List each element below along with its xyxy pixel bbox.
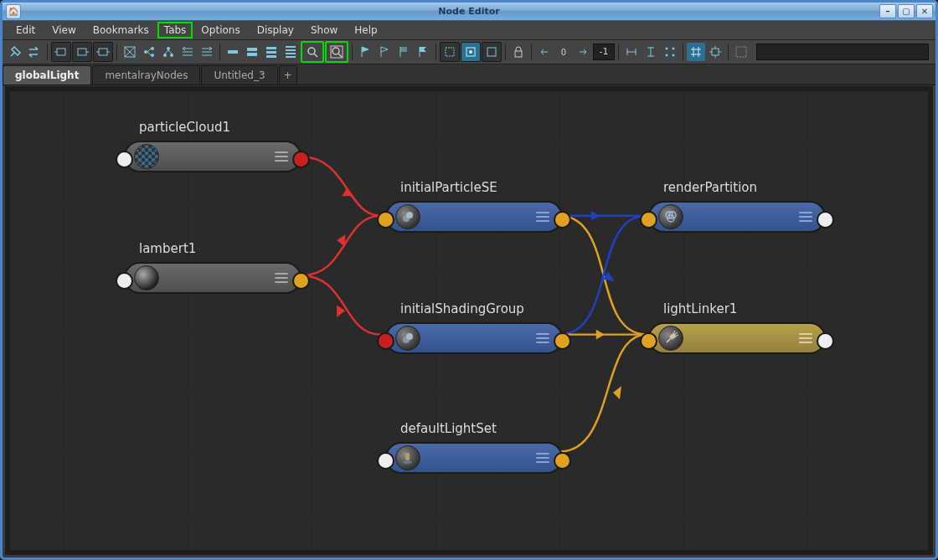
distribute-h-icon[interactable] — [622, 43, 641, 61]
list-3-icon[interactable] — [262, 43, 281, 61]
output-port[interactable] — [554, 452, 571, 470]
depth-inc-icon[interactable] — [574, 43, 592, 61]
window-frame: 🏠 Node Editor – ▢ ✕ Edit View Bookmarks … — [0, 0, 938, 560]
hamburger-icon[interactable] — [536, 453, 549, 463]
menu-options[interactable]: Options — [193, 22, 248, 39]
pin-icon[interactable] — [6, 43, 24, 61]
svg-rect-0 — [57, 49, 65, 55]
node-label: lightLinker1 — [663, 301, 826, 316]
swap-icon[interactable] — [25, 43, 44, 61]
layout-v-icon[interactable] — [159, 43, 178, 61]
titlebar[interactable]: 🏠 Node Editor – ▢ ✕ — [3, 3, 935, 21]
list-1-icon[interactable] — [224, 43, 242, 61]
zoom-tool-icon[interactable] — [301, 41, 324, 63]
output-port[interactable] — [817, 211, 834, 229]
node-label: initialShadingGroup — [400, 301, 563, 316]
maximize-button[interactable]: ▢ — [898, 4, 915, 18]
hamburger-icon[interactable] — [536, 212, 549, 222]
svg-rect-12 — [247, 53, 257, 56]
node-label: initialParticleSE — [400, 180, 563, 195]
input-port[interactable] — [640, 211, 657, 229]
shading-engine-icon — [395, 326, 420, 351]
depth-dec-icon[interactable] — [535, 43, 554, 61]
node-renderPartition[interactable]: renderPartition — [648, 180, 826, 233]
input-only-icon[interactable] — [51, 42, 71, 62]
node-initialShadingGroup[interactable]: initialShadingGroup — [385, 301, 563, 354]
lock-icon[interactable] — [509, 43, 528, 61]
depth-field[interactable]: -1 — [593, 44, 615, 60]
svg-point-9 — [170, 54, 173, 57]
node-particleCloud1[interactable]: particleCloud1 — [124, 120, 302, 172]
snap-node-icon[interactable] — [706, 43, 724, 61]
svg-point-32 — [666, 54, 668, 57]
menu-help[interactable]: Help — [346, 22, 385, 39]
menu-show[interactable]: Show — [302, 22, 346, 39]
hamburger-icon[interactable] — [275, 273, 288, 283]
output-port[interactable] — [817, 332, 834, 350]
svg-point-30 — [666, 48, 668, 50]
io-icon[interactable] — [93, 42, 113, 62]
zoom-all-tool-icon[interactable] — [325, 41, 348, 63]
expand-icon[interactable] — [198, 43, 216, 61]
input-port[interactable] — [377, 452, 394, 470]
select-mode-b-icon[interactable] — [461, 42, 481, 62]
input-port[interactable] — [116, 272, 133, 290]
snap-grid-icon[interactable] — [687, 43, 705, 61]
svg-rect-18 — [286, 53, 296, 54]
menu-tabs[interactable]: Tabs — [157, 22, 193, 39]
output-port[interactable] — [554, 211, 571, 229]
output-port[interactable] — [554, 332, 571, 350]
depth-0-icon[interactable]: 0 — [554, 43, 573, 61]
input-port[interactable] — [116, 151, 133, 168]
hamburger-icon[interactable] — [275, 152, 288, 162]
node-lambert1[interactable]: lambert1 — [124, 241, 302, 294]
tab-add[interactable]: + — [279, 65, 297, 85]
tab-mentalrayNodes[interactable]: mentalrayNodes — [92, 65, 200, 85]
hamburger-icon[interactable] — [799, 212, 812, 222]
output-port[interactable] — [292, 151, 310, 168]
list-2-icon[interactable] — [243, 43, 261, 61]
flag-1-icon[interactable] — [356, 43, 374, 61]
output-only-icon[interactable] — [72, 42, 92, 62]
menu-edit[interactable]: Edit — [8, 22, 44, 39]
input-port[interactable] — [640, 332, 657, 350]
select-mode-a-icon[interactable] — [440, 42, 460, 62]
menu-bookmarks[interactable]: Bookmarks — [85, 22, 157, 39]
layout-h-icon[interactable] — [140, 43, 158, 61]
list-4-icon[interactable] — [281, 43, 300, 61]
close-button[interactable]: ✕ — [916, 4, 933, 18]
fit-all-icon[interactable] — [732, 43, 750, 61]
particle-cloud-icon — [134, 144, 159, 169]
node-lightLinker1[interactable]: lightLinker1 — [648, 301, 826, 354]
distribute-grid-icon[interactable] — [661, 43, 679, 61]
tab-untitled3[interactable]: Untitled_3 — [201, 65, 277, 85]
svg-marker-40 — [603, 271, 615, 281]
menu-display[interactable]: Display — [249, 22, 302, 39]
node-graph-canvas[interactable]: particleCloud1 lambert1 — [10, 91, 928, 550]
distribute-v-icon[interactable] — [642, 43, 660, 61]
collapse-icon[interactable] — [178, 43, 197, 61]
tab-globalLight[interactable]: globalLight — [3, 65, 91, 85]
search-field[interactable] — [756, 44, 929, 60]
node-initialParticleSE[interactable]: initialParticleSE — [385, 180, 563, 233]
input-port[interactable] — [377, 211, 394, 229]
node-defaultLightSet[interactable]: defaultLightSet — [385, 421, 563, 474]
tabbar: globalLight mentalrayNodes Untitled_3 + — [3, 64, 935, 85]
minimize-button[interactable]: – — [879, 4, 896, 18]
output-port[interactable] — [292, 272, 310, 290]
svg-point-6 — [151, 54, 154, 57]
clear-graph-icon[interactable] — [121, 43, 139, 61]
select-mode-c-icon[interactable] — [482, 42, 502, 62]
svg-text:0: 0 — [561, 48, 566, 57]
svg-marker-41 — [596, 330, 605, 340]
flag-2-icon[interactable] — [375, 43, 394, 61]
svg-marker-38 — [337, 305, 345, 317]
flag-4-icon[interactable] — [414, 43, 432, 61]
input-port[interactable] — [377, 332, 394, 350]
svg-rect-47 — [405, 453, 410, 460]
flag-3-icon[interactable] — [394, 43, 413, 61]
menu-view[interactable]: View — [44, 22, 84, 39]
canvas-area[interactable]: particleCloud1 lambert1 — [5, 86, 933, 555]
hamburger-icon[interactable] — [799, 333, 812, 343]
hamburger-icon[interactable] — [536, 333, 549, 343]
